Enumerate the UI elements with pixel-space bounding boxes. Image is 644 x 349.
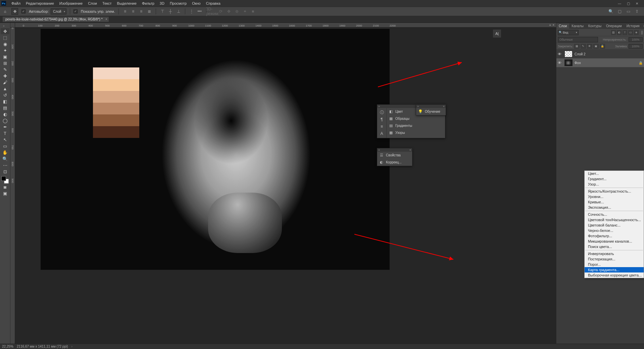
menu-item-hue[interactable]: Цветовой тон/Насыщенность...: [585, 217, 644, 222]
para-icon[interactable]: ≡: [379, 123, 385, 130]
eraser-tool[interactable]: ◧: [1, 98, 9, 104]
tab-history[interactable]: История: [624, 23, 642, 29]
floating-panel-properties[interactable]: »× ☰Свойства ◐Коррекц...: [377, 148, 412, 166]
shape-tool[interactable]: ▭: [1, 143, 9, 149]
menu-item-pattern[interactable]: Узор...: [585, 182, 644, 187]
filter-kind-select[interactable]: Вид: [558, 30, 579, 35]
menu-item-selective-color[interactable]: Выборочная коррекция цвета...: [585, 272, 644, 278]
filter-type-icon[interactable]: T: [623, 30, 627, 35]
menu-view[interactable]: Просмотр: [167, 0, 189, 6]
menu-item-exposure[interactable]: Экспозиция...: [585, 205, 644, 210]
lock-artboard-icon[interactable]: ▣: [593, 44, 599, 49]
editbar-tool[interactable]: ⊡: [1, 168, 9, 174]
align-right-icon[interactable]: ≡: [138, 8, 144, 14]
menu-filter[interactable]: Фильтр: [139, 0, 157, 6]
blur-tool[interactable]: ◐: [1, 111, 9, 117]
canvas-area[interactable]: 0 100 200 300 400 500 600 700 800 900 10…: [10, 23, 556, 344]
filter-smart-icon[interactable]: ◈: [634, 30, 639, 35]
panel-collapse-icon[interactable]: »: [378, 148, 380, 152]
menu-text[interactable]: Текст: [100, 0, 114, 6]
search-icon[interactable]: 🔍: [608, 8, 614, 14]
menu-item-threshold[interactable]: Порог...: [585, 262, 644, 267]
close-icon[interactable]: ✕: [634, 1, 640, 6]
gradient-tool[interactable]: ▤: [1, 105, 9, 111]
path-tool[interactable]: ↖: [1, 137, 9, 143]
menu-item-posterize[interactable]: Постеризация...: [585, 256, 644, 262]
minimize-icon[interactable]: —: [616, 1, 623, 6]
lock-icon[interactable]: 🔒: [639, 61, 643, 65]
zoom-tool[interactable]: 🔍: [1, 156, 9, 162]
filter-pixel-icon[interactable]: ▨: [611, 30, 616, 35]
char-icon[interactable]: ¶: [379, 116, 385, 123]
align-vcenter-icon[interactable]: ┼: [167, 8, 174, 14]
tools-collapse-icon[interactable]: »: [3, 24, 7, 27]
maximize-icon[interactable]: ▢: [625, 1, 631, 6]
align-top-icon[interactable]: ⊤: [159, 8, 165, 14]
ruler-vertical[interactable]: 0 100 200 300 400 500 600 700 800 900: [10, 28, 15, 344]
move-tool[interactable]: ✥: [1, 28, 9, 34]
menu-item-invert[interactable]: Инвертировать: [585, 251, 644, 256]
panel-item-swatches[interactable]: ▦Образцы: [387, 115, 445, 122]
adjustment-layer-menu[interactable]: Цвет... Градиент... Узор... Яркость/Конт…: [584, 170, 644, 278]
heal-tool[interactable]: ✚: [1, 73, 9, 79]
document-tab[interactable]: pexels-ike-louie-natividad-6279440.jpg @…: [3, 17, 109, 22]
active-tool-icon[interactable]: ✥: [11, 8, 18, 15]
tab-close-icon[interactable]: ×: [552, 23, 554, 27]
info-icon[interactable]: ⓘ: [379, 109, 385, 116]
brush-tool[interactable]: 🖌: [1, 79, 9, 85]
layer-row[interactable]: 👁 Фон 🔒: [556, 58, 644, 67]
tab-collapse-icon[interactable]: »: [549, 23, 551, 27]
layer-thumb[interactable]: [564, 59, 573, 66]
blend-mode-select[interactable]: Обычные: [558, 37, 598, 42]
type-tool[interactable]: T: [1, 130, 9, 136]
panel-item-learn[interactable]: 💡Обучение: [416, 108, 446, 115]
tab-actions[interactable]: Операции: [604, 23, 624, 29]
fill-input[interactable]: 100%: [629, 44, 643, 49]
filter-shape-icon[interactable]: ▭: [628, 30, 633, 35]
zoom-value[interactable]: 22,25%: [2, 345, 13, 348]
filter-toggle[interactable]: [641, 31, 643, 35]
menu-item-photo-filter[interactable]: Фотофильтр...: [585, 233, 644, 239]
document-dims[interactable]: 2116,67 мм x 1411,11 мм (72 ppi): [17, 345, 68, 348]
screenmode-tool[interactable]: ▣: [1, 190, 9, 196]
frame-tool[interactable]: ⊞: [1, 60, 9, 66]
menu-3d[interactable]: 3D: [157, 0, 167, 6]
opacity-input[interactable]: 100%: [629, 37, 643, 42]
menu-layers[interactable]: Слои: [85, 0, 100, 6]
lock-all-icon[interactable]: 🔒: [600, 44, 605, 49]
menu-image[interactable]: Изображение: [57, 0, 85, 6]
menu-item-gradient-map[interactable]: Карта градиента...: [585, 267, 644, 272]
panel-menu-icon[interactable]: ≡: [642, 24, 644, 28]
menu-item-channel-mixer[interactable]: Микширование каналов...: [585, 239, 644, 244]
panel-item-properties[interactable]: ☰Свойства: [377, 152, 412, 159]
menu-item-brightness[interactable]: Яркость/Контрастность...: [585, 189, 644, 194]
align-center-icon[interactable]: ≡: [130, 8, 136, 14]
panel-close-icon[interactable]: ×: [409, 148, 411, 152]
tab-paths[interactable]: Контуры: [586, 23, 604, 29]
home-icon[interactable]: ⌂: [2, 8, 8, 14]
layer-name[interactable]: Слой 2: [575, 52, 586, 56]
document-canvas[interactable]: [41, 29, 390, 270]
lock-pixels-icon[interactable]: ▦: [574, 44, 580, 49]
status-chevron-icon[interactable]: ›: [71, 345, 72, 348]
show-transform-checkbox[interactable]: [73, 9, 78, 13]
hand-tool[interactable]: ✋: [1, 149, 9, 155]
floating-panel-learn[interactable]: »× 💡Обучение: [416, 104, 446, 115]
layer-row[interactable]: 👁 Слой 2: [556, 50, 644, 58]
distribute-icon[interactable]: ≣: [146, 8, 152, 14]
distribute-v-icon[interactable]: ⋮: [189, 8, 195, 14]
autoselect-kind-select[interactable]: Слой: [51, 8, 66, 14]
pen-tool[interactable]: ✒: [1, 124, 9, 130]
marquee-tool[interactable]: ⬚: [1, 35, 9, 41]
quickmask-tool[interactable]: ◙: [1, 184, 9, 190]
wand-tool[interactable]: ✦: [1, 47, 9, 53]
align-left-icon[interactable]: ≡: [122, 8, 128, 14]
dots-tool[interactable]: ⋯: [1, 162, 9, 168]
menu-window[interactable]: Окно: [189, 0, 203, 6]
eyedropper-tool[interactable]: ✎: [1, 66, 9, 72]
workspace-icon[interactable]: ▢: [616, 8, 623, 14]
menu-select[interactable]: Выделение: [114, 0, 139, 6]
panel-item-patterns[interactable]: ▩Узоры: [387, 129, 445, 136]
menu-item-vibrance[interactable]: Сочность...: [585, 212, 644, 217]
layer-thumb[interactable]: [564, 51, 573, 57]
